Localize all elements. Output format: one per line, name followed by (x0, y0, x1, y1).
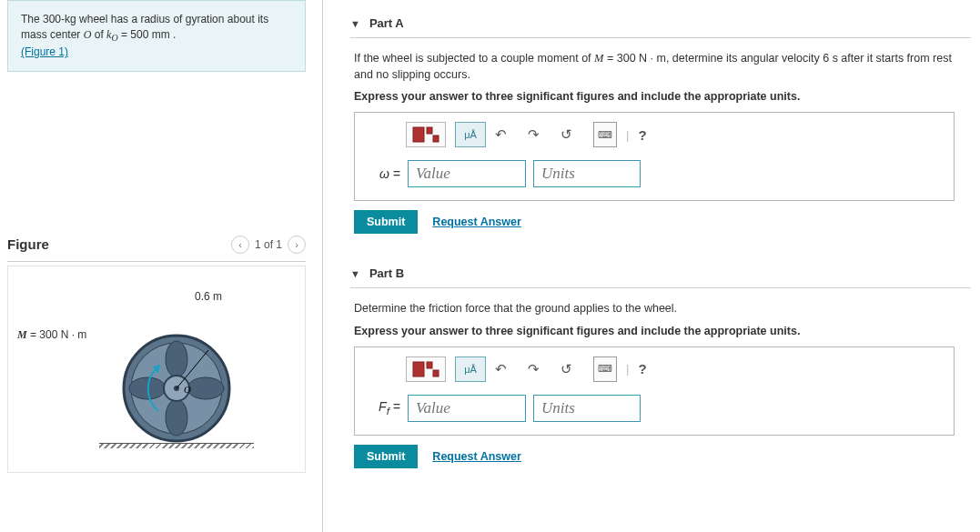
wheel-graphic: O (122, 334, 231, 443)
templates-button[interactable] (406, 356, 446, 382)
figure-divider (7, 261, 306, 262)
svg-point-2 (166, 341, 187, 377)
figure-link[interactable]: (Figure 1) (21, 45, 68, 58)
figure-counter: 1 of 1 (255, 238, 282, 251)
var-O: O (84, 28, 92, 41)
part-a-answer-box: μÅ ↶ ↷ ↺ ⌨ | ? ω = (354, 112, 955, 201)
svg-point-5 (187, 377, 224, 399)
part-b-answer-box: μÅ ↶ ↷ ↺ ⌨ | ? Ff = (354, 346, 955, 436)
right-panel: ▼ Part A If the wheel is subjected to a … (323, 0, 980, 532)
figure-heading: Figure (7, 236, 49, 252)
answer-toolbar-b: μÅ ↶ ↷ ↺ ⌨ | ? (355, 347, 954, 391)
part-a-instruction: Express your answer to three significant… (350, 90, 971, 103)
svg-rect-11 (427, 127, 432, 134)
figure-header: Figure ‹ 1 of 1 › (0, 236, 322, 257)
part-a-submit-button[interactable]: Submit (354, 210, 418, 234)
figure-prev-button[interactable]: ‹ (231, 236, 249, 254)
figure-nav: ‹ 1 of 1 › (231, 236, 306, 254)
svg-point-3 (166, 399, 187, 436)
units-button[interactable]: μÅ (455, 122, 486, 147)
svg-rect-15 (433, 370, 439, 376)
collapse-icon: ▼ (350, 268, 360, 279)
var-omega-label: ω = (366, 166, 400, 181)
part-a-divider (350, 37, 971, 38)
part-b-submit-button[interactable]: Submit (354, 445, 418, 468)
radius-label: 0.6 m (195, 290, 222, 303)
part-b-block: ▼ Part B Determine the friction force th… (350, 250, 971, 468)
part-b-request-answer[interactable]: Request Answer (432, 450, 520, 463)
svg-rect-14 (427, 362, 432, 368)
moment-label: M = 300 N · m (17, 328, 86, 342)
part-a-units-input[interactable] (533, 160, 641, 187)
templates-button[interactable] (406, 122, 446, 147)
part-b-units-input[interactable] (533, 395, 641, 422)
part-a-header[interactable]: ▼ Part A (350, 0, 971, 35)
undo-icon[interactable]: ↶ (495, 126, 519, 143)
keyboard-button[interactable]: ⌨ (593, 356, 617, 382)
svg-rect-10 (413, 127, 424, 142)
help-button[interactable]: ? (638, 127, 662, 143)
ground-line (99, 443, 254, 448)
part-a-submit-row: Submit Request Answer (354, 210, 971, 234)
problem-statement: The 300-kg wheel has a radius of gyratio… (7, 0, 306, 72)
redo-icon[interactable]: ↷ (528, 126, 551, 143)
part-a-value-input[interactable] (408, 160, 526, 187)
part-a-block: ▼ Part A If the wheel is subjected to a … (350, 0, 971, 234)
var-ff-label: Ff = (366, 399, 400, 417)
answer-inputs: ω = (355, 156, 954, 200)
reset-icon[interactable]: ↺ (561, 361, 584, 377)
figure-diagram: 0.6 m M = 300 N · m O (17, 285, 281, 473)
part-b-instruction: Express your answer to three significant… (350, 325, 971, 337)
figure-next-button[interactable]: › (288, 236, 306, 254)
undo-icon[interactable]: ↶ (495, 361, 519, 377)
part-b-title: Part B (369, 266, 404, 280)
keyboard-button[interactable]: ⌨ (593, 122, 617, 147)
part-a-question: If the wheel is subjected to a couple mo… (350, 51, 971, 83)
part-b-divider (350, 287, 971, 288)
answer-inputs-b: Ff = (355, 391, 954, 435)
reset-icon[interactable]: ↺ (561, 126, 584, 143)
part-a-title: Part A (369, 16, 404, 30)
help-button[interactable]: ? (638, 361, 662, 376)
left-panel: The 300-kg wheel has a radius of gyratio… (0, 0, 323, 532)
answer-toolbar: μÅ ↶ ↷ ↺ ⌨ | ? (355, 113, 954, 156)
units-button[interactable]: μÅ (455, 356, 486, 382)
part-b-question: Determine the friction force that the gr… (350, 301, 971, 317)
center-label: O (184, 384, 191, 395)
part-b-header[interactable]: ▼ Part B (350, 250, 971, 286)
part-a-request-answer[interactable]: Request Answer (432, 216, 520, 228)
part-b-submit-row: Submit Request Answer (354, 445, 971, 468)
part-b-value-input[interactable] (408, 395, 526, 422)
collapse-icon: ▼ (350, 18, 360, 29)
redo-icon[interactable]: ↷ (528, 361, 551, 377)
svg-rect-13 (413, 362, 424, 376)
svg-rect-12 (433, 136, 439, 142)
figure-viewport[interactable]: 0.6 m M = 300 N · m O (7, 266, 306, 473)
